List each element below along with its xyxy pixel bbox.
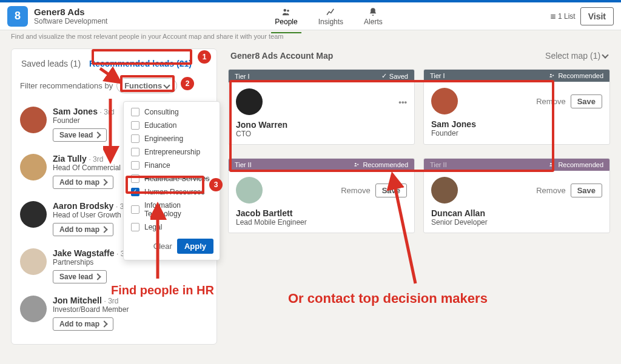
avatar: [20, 154, 47, 180]
svg-point-1: [287, 9, 289, 12]
account-map-panel: Gener8 Ads Account Map Select map (1) Ti…: [228, 48, 610, 345]
function-option[interactable]: Legal: [124, 220, 220, 234]
avatar: [20, 248, 47, 275]
remove-button[interactable]: Remove: [341, 186, 370, 195]
svg-point-3: [355, 163, 357, 165]
save-button[interactable]: Save: [571, 94, 602, 108]
save-button[interactable]: Save: [571, 184, 602, 197]
recommended-tag: Recommended: [548, 161, 603, 168]
map-card: Tier I✓ Saved ••• Jono Warren CTO: [228, 69, 415, 145]
tier2-row: Tier II Recommended RemoveSave Jacob Bar…: [228, 158, 610, 233]
avatar: [20, 201, 47, 228]
map-card: Tier II Recommended RemoveSave Jacob Bar…: [228, 158, 415, 233]
map-title: Gener8 Ads Account Map: [230, 51, 333, 61]
top-bar: 8 Gener8 Ads Software Development People…: [0, 0, 621, 30]
avatar: [236, 177, 263, 204]
leads-panel: Saved leads (1) Recommended leads (21) F…: [11, 48, 217, 345]
filter-label: Filter recommendations by: [20, 81, 113, 90]
add-to-map-button[interactable]: Add to map: [53, 317, 113, 331]
function-option[interactable]: Education: [124, 119, 220, 132]
function-option[interactable]: Information Technology: [124, 199, 220, 220]
svg-point-0: [284, 8, 287, 12]
save-button[interactable]: Save: [375, 184, 407, 197]
remove-button[interactable]: Remove: [536, 97, 565, 106]
nav-insights[interactable]: Insights: [318, 4, 343, 28]
more-icon[interactable]: •••: [398, 98, 407, 107]
function-option-hr[interactable]: Human Resources: [124, 185, 220, 199]
saved-tag: ✓ Saved: [381, 72, 408, 80]
svg-point-4: [550, 163, 552, 165]
add-to-map-button[interactable]: Add to map: [53, 176, 113, 189]
map-card: Tier II Recommended RemoveSave Duncan Al…: [423, 158, 610, 233]
nav-alerts[interactable]: Alerts: [364, 4, 383, 28]
recommended-tag: Recommended: [548, 72, 603, 79]
save-lead-button[interactable]: Save lead: [53, 128, 107, 142]
map-card: Tier I Recommended RemoveSave Sam Jones …: [423, 69, 610, 145]
tab-saved-leads[interactable]: Saved leads (1): [20, 56, 82, 71]
save-lead-button[interactable]: Save lead: [53, 270, 107, 283]
people-icon: [281, 7, 292, 18]
chevron-down-icon: [602, 51, 608, 58]
avatar: [431, 88, 458, 114]
company-industry: Software Development: [34, 17, 107, 25]
avatar: [431, 177, 458, 204]
chevron-down-icon: [164, 82, 170, 88]
lead-row: Jon Mitchell · 3rd Investor/Board Member…: [20, 290, 208, 337]
company-logo: 8: [7, 6, 28, 27]
function-option[interactable]: Entrepreneurship: [124, 145, 220, 159]
nav-people[interactable]: People: [275, 4, 297, 28]
select-map-dropdown[interactable]: Select map (1): [545, 51, 608, 61]
clear-button[interactable]: Clear: [153, 239, 172, 254]
visit-button[interactable]: Visit: [580, 7, 614, 25]
tab-recommended-leads[interactable]: Recommended leads (21): [88, 56, 193, 71]
page-subtitle: Find and visualize the most relevant peo…: [0, 30, 621, 42]
function-option[interactable]: Finance: [124, 159, 220, 172]
functions-dropdown: Consulting Education Engineering Entrepr…: [123, 101, 220, 260]
function-option[interactable]: Consulting: [124, 105, 220, 119]
avatar: [236, 88, 263, 115]
svg-point-2: [550, 74, 552, 76]
tier1-row: Tier I✓ Saved ••• Jono Warren CTO Tier I…: [228, 69, 610, 145]
functions-dropdown-button[interactable]: Functions: [116, 78, 177, 93]
apply-button[interactable]: Apply: [177, 239, 213, 254]
bell-icon: [368, 7, 378, 18]
company-name: Gener8 Ads: [34, 7, 107, 17]
recommended-tag: Recommended: [353, 161, 408, 168]
insights-icon: [325, 7, 336, 18]
list-count[interactable]: ≣ 1 List: [550, 12, 576, 21]
add-to-map-button[interactable]: Add to map: [53, 223, 113, 236]
function-option[interactable]: Engineering: [124, 132, 220, 145]
avatar: [20, 107, 47, 133]
avatar: [20, 296, 47, 322]
function-option[interactable]: Healthcare Services: [124, 172, 220, 185]
remove-button[interactable]: Remove: [536, 186, 565, 195]
